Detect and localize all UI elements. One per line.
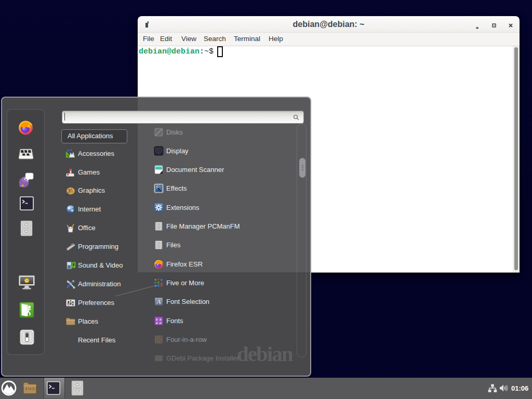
svg-text:a: a	[156, 321, 158, 325]
svg-text:a: a	[159, 321, 162, 325]
